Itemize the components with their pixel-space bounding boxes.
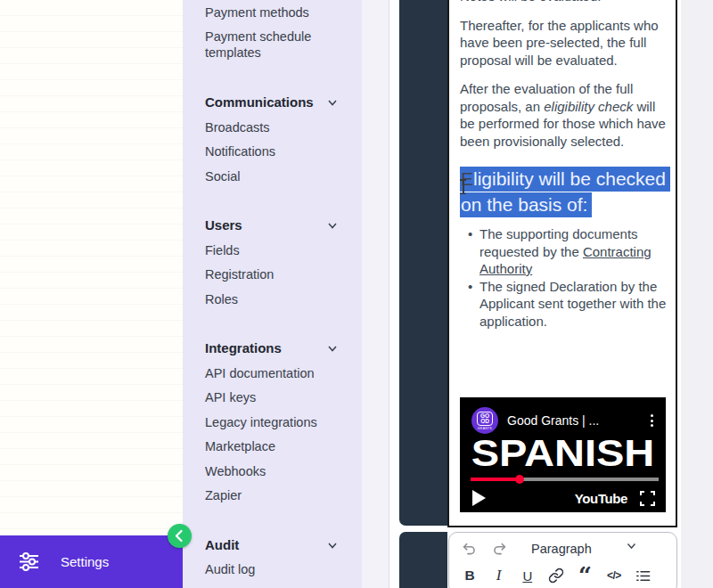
selection-highlight: Eligibility will be checked — [460, 167, 670, 192]
block-format-select[interactable]: Paragraph — [531, 542, 592, 556]
sidebar-item-payment-schedule-templates[interactable]: Payment schedule templates — [183, 25, 362, 66]
settings-page: Payment methods Payment schedule templat… — [0, 0, 713, 588]
section-heading-selected: Eligibility will be checked on the basis… — [460, 166, 670, 217]
sidebar-item-label: API keys — [205, 389, 256, 405]
blockquote-button[interactable]: “ — [577, 569, 593, 582]
sidebar-scroll-gutter — [362, 0, 389, 588]
sidebar-item-label: Broadcasts — [205, 119, 270, 135]
sidebar-header-communications[interactable]: Communications — [183, 91, 362, 116]
undo-icon — [461, 541, 478, 558]
sidebar-item-label: Audit log — [205, 561, 255, 577]
rich-text-content-area[interactable]: Notes will be evaluated. Thereafter, for… — [447, 0, 677, 527]
sidebar-collapse-button[interactable] — [168, 524, 192, 548]
sidebar-item-label: Payment schedule templates — [205, 29, 339, 61]
sidebar-item-label: Legacy integrations — [205, 414, 317, 430]
chevron-down-icon — [326, 342, 339, 355]
sidebar-item-label: Roles — [205, 291, 238, 307]
sidebar-item-marketplace[interactable]: Marketplace — [183, 435, 362, 460]
link-button[interactable] — [548, 568, 564, 584]
nav-group-audit: Audit Audit log — [183, 533, 362, 582]
chevron-down-icon — [326, 219, 339, 232]
fullscreen-icon[interactable] — [640, 491, 655, 506]
code-button[interactable]: </> — [606, 569, 622, 582]
video-title[interactable]: Good Grants | ... — [507, 413, 645, 428]
sidebar-header-label: Audit — [205, 537, 239, 553]
nav-group-integrations: Integrations API documentation API keys … — [183, 337, 362, 509]
sidebar-item-zapier[interactable]: Zapier — [183, 484, 362, 509]
toolbar-row-1: Paragraph — [449, 533, 676, 561]
sidebar-item-label: API documentation — [205, 365, 315, 381]
bullet-list-button[interactable] — [635, 568, 652, 584]
sidebar-header-audit[interactable]: Audit — [183, 533, 362, 558]
redo-button[interactable] — [491, 541, 508, 558]
sidebar-item-legacy-integrations[interactable]: Legacy integrations — [183, 410, 362, 435]
sidebar-item-label: Registration — [205, 266, 274, 282]
paragraph-emphasis-text: eligibility check — [544, 99, 633, 114]
sidebar-item-social[interactable]: Social — [183, 164, 362, 189]
video-controls: YouTube — [460, 486, 666, 510]
nav-group-users: Users Fields Registration Roles — [183, 214, 362, 312]
sidebar-item-label: Notifications — [205, 143, 275, 159]
youtube-logo[interactable]: YouTube — [575, 491, 627, 506]
redo-icon — [491, 541, 508, 558]
sidebar-item-fields[interactable]: Fields — [183, 238, 362, 263]
chevron-down-icon — [326, 96, 339, 109]
sidebar-item-broadcasts[interactable]: Broadcasts — [183, 115, 362, 140]
sidebar-item-payment-methods[interactable]: Payment methods — [183, 0, 362, 25]
sidebar-item-label: Marketplace — [205, 438, 275, 454]
sidebar-header-label: Communications — [205, 94, 314, 110]
sidebar-item-registration[interactable]: Registration — [183, 263, 362, 288]
list-item: The signed Declaration by the Applicant … — [460, 278, 667, 331]
underline-button[interactable]: U — [520, 568, 536, 584]
thumbnail-overlay-text: SPANISH — [460, 435, 666, 472]
video-header: GOOD GRANTS Good Grants | ... — [460, 397, 666, 434]
progress-knob[interactable] — [515, 475, 524, 484]
more-options-icon[interactable] — [645, 411, 659, 430]
editor-toolbar: Paragraph B I U “ </> — [448, 532, 677, 588]
sidebar-header-integrations[interactable]: Integrations — [183, 337, 362, 362]
sidebar-item-roles[interactable]: Roles — [183, 287, 362, 312]
chevron-down-icon[interactable] — [627, 543, 636, 550]
youtube-video-embed[interactable]: GOOD GRANTS Good Grants | ... SPANISH Yo… — [460, 397, 666, 512]
settings-menu-button[interactable]: Settings — [0, 535, 183, 588]
selection-highlight: on the basis of: — [460, 192, 592, 217]
bold-button[interactable]: B — [462, 568, 478, 584]
italic-button[interactable]: I — [490, 567, 506, 584]
sidebar-item-label: Zapier — [205, 487, 242, 503]
chevron-down-icon — [326, 539, 339, 551]
play-icon[interactable] — [471, 489, 487, 507]
sidebar-header-label: Users — [205, 217, 242, 233]
paragraph: After the evaluation of the full proposa… — [460, 80, 667, 150]
video-progress-bar[interactable] — [471, 478, 659, 481]
heading-selected-text: ligibility will be checked — [473, 168, 666, 189]
bullet-list-icon — [635, 568, 652, 584]
list-item: The supporting documents requested by th… — [460, 225, 667, 278]
sidebar-header-users[interactable]: Users — [183, 214, 362, 239]
toolbar-row-2: B I U “ </> — [449, 561, 676, 584]
paragraph-clipped: Notes will be evaluated. — [460, 0, 667, 5]
sidebar-item-audit-log[interactable]: Audit log — [183, 558, 362, 583]
nav-group-communications: Communications Broadcasts Notifications … — [183, 91, 362, 189]
sidebar-item-webhooks[interactable]: Webhooks — [183, 459, 362, 484]
sidebar-item-label: Webhooks — [205, 463, 266, 479]
link-icon — [548, 568, 564, 584]
settings-label: Settings — [61, 554, 109, 569]
bullet-list: The supporting documents requested by th… — [460, 225, 667, 330]
editor-preview-backdrop — [399, 0, 447, 526]
settings-sidebar: Payment methods Payment schedule templat… — [183, 0, 362, 588]
background-content-area — [0, 0, 183, 588]
sidebar-item-api-keys[interactable]: API keys — [183, 386, 362, 411]
sidebar-header-label: Integrations — [205, 340, 282, 356]
sidebar-item-notifications[interactable]: Notifications — [183, 140, 362, 165]
sidebar-item-label: Social — [205, 168, 241, 184]
channel-avatar[interactable]: GOOD GRANTS — [471, 407, 498, 434]
editor-toolbar-backdrop — [399, 532, 447, 588]
page-right-gutter — [681, 0, 713, 588]
sidebar-item-label: Fields — [205, 242, 240, 258]
heading-selected-text: on the basis of: — [461, 194, 587, 215]
sidebar-item-api-documentation[interactable]: API documentation — [183, 361, 362, 386]
logo-subtext: GRANTS — [478, 427, 492, 430]
undo-button[interactable] — [461, 541, 478, 558]
paragraph: Thereafter, for the applicants who have … — [460, 17, 667, 69]
nav-group-payments: Payment methods Payment schedule templat… — [183, 0, 362, 66]
